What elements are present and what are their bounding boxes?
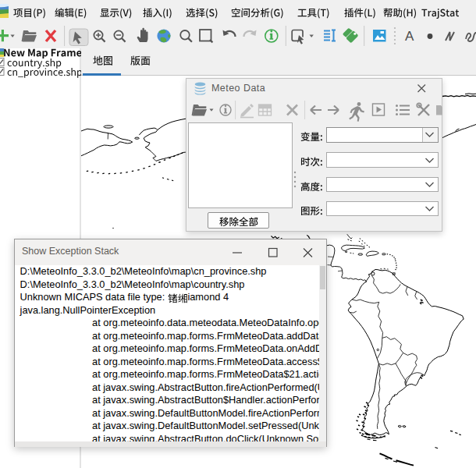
svg-text:A: A <box>405 29 414 44</box>
